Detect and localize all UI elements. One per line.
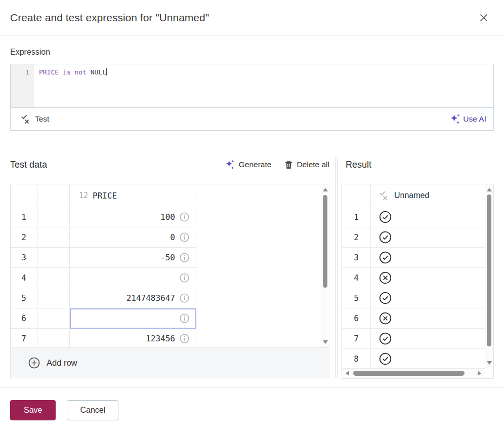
- test-data-title: Test data: [10, 160, 47, 170]
- result-title: Result: [346, 160, 371, 170]
- row-number: 3: [11, 248, 37, 268]
- row-number-header: [11, 184, 37, 207]
- cell-value: 123456: [146, 334, 175, 343]
- row-number: 7: [11, 329, 37, 347]
- result-row: 1: [342, 207, 485, 227]
- scroll-down-icon[interactable]: [487, 361, 492, 365]
- delete-all-label: Delete all: [297, 160, 329, 169]
- table-row: 2 0: [11, 227, 329, 248]
- generate-label: Generate: [239, 160, 272, 169]
- plus-circle-icon: [28, 357, 40, 369]
- info-icon[interactable]: [180, 293, 189, 303]
- table-row: 3 -50: [11, 248, 329, 268]
- price-cell[interactable]: [70, 268, 196, 288]
- table-header-row: 12 PRICE: [11, 184, 329, 207]
- add-row-label: Add row: [47, 358, 77, 368]
- cell-value: -50: [160, 253, 175, 262]
- row-number: 3: [342, 248, 371, 267]
- dialog-title: Create and test expression for "Unnamed": [10, 12, 209, 24]
- result-header: Result: [342, 152, 494, 177]
- dialog-header: Create and test expression for "Unnamed": [0, 0, 504, 35]
- row-number: 5: [342, 288, 371, 308]
- text-caret: [106, 68, 107, 75]
- horizontal-scrollbar[interactable]: [342, 368, 485, 378]
- expression-label: Expression: [10, 47, 494, 58]
- info-icon[interactable]: [180, 212, 189, 222]
- expression-code-area[interactable]: 1 PRICE is not NULL: [11, 64, 493, 107]
- scroll-down-icon[interactable]: [323, 340, 328, 344]
- scroll-left-icon[interactable]: [346, 371, 349, 376]
- cell-value: 0: [170, 232, 175, 242]
- test-data-table: 12 PRICE 1 100: [10, 184, 329, 378]
- result-row: 4: [342, 268, 485, 288]
- panels-row: Test data Generate: [10, 152, 494, 379]
- generate-button[interactable]: Generate: [225, 159, 272, 170]
- table-row: 5 2147483647: [11, 288, 329, 308]
- info-icon[interactable]: [180, 253, 189, 262]
- cell-value: 2147483647: [127, 293, 175, 303]
- info-icon[interactable]: [180, 334, 189, 343]
- scrollbar-thumb[interactable]: [353, 371, 465, 376]
- test-button[interactable]: Test: [21, 114, 49, 124]
- price-cell[interactable]: 100: [70, 207, 196, 227]
- price-cell[interactable]: 2147483647: [70, 288, 196, 308]
- table-row: 6: [11, 308, 329, 329]
- scroll-up-icon[interactable]: [323, 188, 328, 191]
- save-button[interactable]: Save: [10, 400, 56, 420]
- table-row: 7 123456: [11, 329, 329, 347]
- check-circle-icon: [379, 231, 392, 244]
- result-status-cell: [371, 207, 485, 227]
- check-circle-icon: [379, 292, 392, 304]
- price-column-header[interactable]: 12 PRICE: [70, 184, 196, 207]
- result-table: Unnamed 1 2: [342, 184, 494, 379]
- result-status-cell: [371, 227, 485, 247]
- scrollbar-thumb[interactable]: [487, 194, 491, 346]
- scrollbar-thumb[interactable]: [323, 195, 327, 288]
- cancel-button[interactable]: Cancel: [67, 400, 118, 420]
- result-row: 3: [342, 248, 485, 268]
- code-token-keyword: PRICE is not: [39, 68, 87, 76]
- info-icon[interactable]: [180, 273, 189, 283]
- test-data-grid: 12 PRICE 1 100: [11, 184, 329, 347]
- vertical-scrollbar[interactable]: [321, 184, 329, 347]
- sparkles-icon: [450, 113, 461, 125]
- use-ai-label: Use AI: [463, 114, 486, 124]
- sparkles-icon: [225, 159, 235, 170]
- row-number: 6: [11, 308, 37, 329]
- use-ai-button[interactable]: Use AI: [450, 113, 486, 125]
- info-icon[interactable]: [180, 314, 189, 323]
- price-column-name: PRICE: [93, 191, 117, 201]
- trash-icon: [284, 160, 293, 170]
- add-row-button[interactable]: Add row: [11, 347, 329, 378]
- x-circle-icon: [379, 271, 392, 284]
- result-row: 5: [342, 288, 485, 308]
- row-number: 1: [11, 207, 37, 227]
- scroll-up-icon[interactable]: [487, 188, 492, 191]
- price-cell-selected[interactable]: [70, 308, 196, 329]
- result-status-cell: [371, 288, 485, 308]
- result-column-header[interactable]: Unnamed: [371, 184, 485, 207]
- test-data-panel: Test data Generate: [10, 152, 329, 379]
- result-status-cell: [371, 248, 485, 267]
- row-number: 5: [11, 288, 37, 308]
- result-row: 6: [342, 308, 485, 329]
- delete-all-button[interactable]: Delete all: [284, 160, 329, 170]
- table-row: 1 100: [11, 207, 329, 227]
- check-circle-icon: [379, 251, 392, 264]
- close-button[interactable]: [477, 11, 491, 25]
- create-expression-dialog: Create and test expression for "Unnamed"…: [0, 0, 504, 430]
- info-icon[interactable]: [180, 232, 189, 242]
- line-number: 1: [25, 68, 29, 76]
- editor-footer: Test Use AI: [11, 107, 493, 130]
- expression-input[interactable]: PRICE is not NULL: [34, 64, 493, 107]
- test-icon: [379, 190, 389, 201]
- price-cell[interactable]: 0: [70, 227, 196, 248]
- scroll-right-icon[interactable]: [478, 371, 481, 376]
- price-cell[interactable]: 123456: [70, 329, 196, 347]
- vertical-scrollbar[interactable]: [485, 184, 493, 368]
- result-row: 2: [342, 227, 485, 248]
- cell-value: 100: [160, 212, 175, 222]
- row-number: 4: [342, 268, 371, 288]
- check-circle-icon: [379, 211, 392, 223]
- price-cell[interactable]: -50: [70, 248, 196, 268]
